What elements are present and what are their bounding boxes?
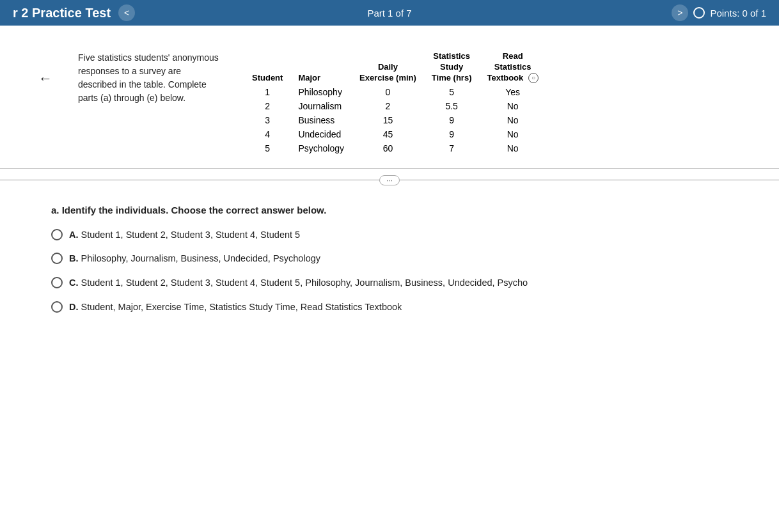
cell-student: 4	[244, 127, 290, 141]
cell-textbook: No	[479, 127, 546, 141]
col-header-study: StatisticsStudyTime (hrs)	[424, 50, 480, 85]
cell-textbook: No	[479, 113, 546, 127]
cell-study: 9	[424, 127, 480, 141]
answer-area: a. Identify the individuals. Choose the …	[0, 192, 779, 532]
cell-textbook: No	[479, 99, 546, 113]
cell-student: 5	[244, 141, 290, 155]
cell-major: Journalism	[290, 99, 352, 113]
cell-study: 5.5	[424, 99, 480, 113]
cell-exercise: 0	[352, 85, 424, 99]
col-header-major: Major	[290, 50, 352, 85]
col-header-textbook: ReadStatisticsTextbook ○	[479, 50, 546, 85]
cell-student: 3	[244, 113, 290, 127]
col-header-exercise: DailyExercise (min)	[352, 50, 424, 85]
cell-major: Undecided	[290, 127, 352, 141]
cell-major: Psychology	[290, 141, 352, 155]
cell-major: Business	[290, 113, 352, 127]
info-icon[interactable]: ○	[528, 73, 539, 83]
radio-b[interactable]	[51, 253, 63, 264]
cell-exercise: 15	[352, 113, 424, 127]
points-text: Points: 0 of 1	[710, 8, 766, 19]
answer-text-c: C. Student 1, Student 2, Student 3, Stud…	[69, 276, 528, 290]
divider-row: ···	[0, 169, 779, 192]
divider-dots: ···	[379, 175, 400, 185]
cell-textbook: No	[479, 141, 546, 155]
header-left: r 2 Practice Test <	[13, 4, 135, 21]
radio-d[interactable]	[51, 301, 63, 313]
radio-c[interactable]	[51, 277, 63, 288]
nav-back-button[interactable]: <	[118, 4, 135, 21]
question-area: ← Five statistics students' anonymous re…	[0, 26, 779, 169]
data-table: Student Major DailyExercise (min) Statis…	[244, 50, 546, 155]
cell-exercise: 2	[352, 99, 424, 113]
answer-options-container: A. Student 1, Student 2, Student 3, Stud…	[51, 228, 741, 315]
answer-text-b: B. Philosophy, Journalism, Business, Und…	[69, 252, 320, 266]
answer-letter-d: D.	[69, 302, 79, 312]
cell-study: 7	[424, 141, 480, 155]
cell-student: 1	[244, 85, 290, 99]
answer-option-d[interactable]: D. Student, Major, Exercise Time, Statis…	[51, 301, 741, 315]
table-row: 4 Undecided 45 9 No	[244, 127, 546, 141]
radio-a[interactable]	[51, 229, 63, 240]
cell-student: 2	[244, 99, 290, 113]
table-area: Student Major DailyExercise (min) Statis…	[244, 45, 741, 155]
table-row: 2 Journalism 2 5.5 No	[244, 99, 546, 113]
header-bar: r 2 Practice Test < Part 1 of 7 > Points…	[0, 0, 779, 26]
header-right: > Points: 0 of 1	[672, 4, 766, 21]
cell-exercise: 45	[352, 127, 424, 141]
nav-forward-button[interactable]: >	[672, 4, 688, 21]
table-row: 1 Philosophy 0 5 Yes	[244, 85, 546, 99]
back-arrow-icon[interactable]: ←	[38, 70, 52, 155]
cell-study: 5	[424, 85, 480, 99]
answer-text-a: A. Student 1, Student 2, Student 3, Stud…	[69, 228, 300, 242]
cell-major: Philosophy	[290, 85, 352, 99]
answer-text-d: D. Student, Major, Exercise Time, Statis…	[69, 301, 402, 315]
points-circle-icon	[693, 7, 705, 19]
table-row: 5 Psychology 60 7 No	[244, 141, 546, 155]
cell-textbook: Yes	[479, 85, 546, 99]
cell-study: 9	[424, 113, 480, 127]
part-label: Part 1 of 7	[367, 8, 411, 19]
answer-option-b[interactable]: B. Philosophy, Journalism, Business, Und…	[51, 252, 741, 266]
answer-question-label: a. Identify the individuals. Choose the …	[51, 205, 741, 215]
cell-exercise: 60	[352, 141, 424, 155]
main-content: ← Five statistics students' anonymous re…	[0, 26, 779, 532]
answer-option-c[interactable]: C. Student 1, Student 2, Student 3, Stud…	[51, 276, 741, 290]
divider-line-left	[0, 180, 379, 180]
table-row: 3 Business 15 9 No	[244, 113, 546, 127]
question-description: Five statistics students' anonymous resp…	[78, 45, 219, 155]
answer-option-a[interactable]: A. Student 1, Student 2, Student 3, Stud…	[51, 228, 741, 242]
divider-line-right	[400, 180, 779, 180]
answer-letter-b: B.	[69, 253, 79, 263]
answer-letter-c: C.	[69, 278, 79, 288]
col-header-student: Student	[244, 50, 290, 85]
page-title: r 2 Practice Test	[13, 6, 111, 20]
answer-letter-a: A.	[69, 230, 79, 240]
